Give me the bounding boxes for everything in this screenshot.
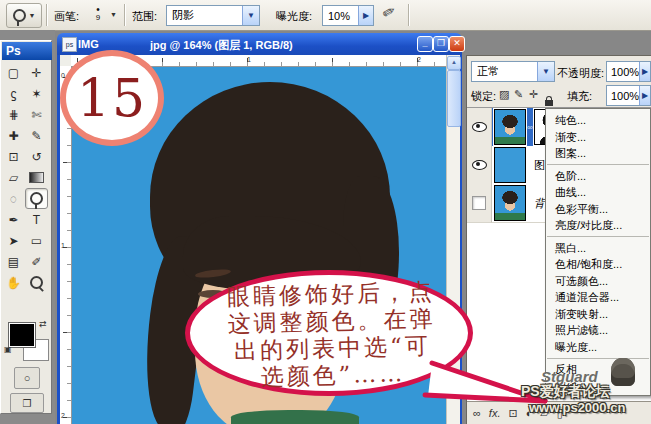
tool-lasso[interactable]: ϛ: [2, 83, 25, 104]
lock-pixels-icon[interactable]: ✎: [514, 88, 523, 101]
tool-pen[interactable]: ✒: [2, 209, 25, 230]
tool-slice[interactable]: ✄: [25, 104, 48, 125]
minimize-button[interactable]: _: [417, 36, 433, 52]
scrollbar-thumb[interactable]: [447, 70, 461, 127]
chevron-down-icon[interactable]: ▼: [110, 11, 117, 18]
chevron-down-icon[interactable]: ▼: [242, 6, 259, 25]
menu-separator: [547, 164, 649, 165]
range-select[interactable]: 阴影 ▼: [166, 5, 260, 26]
tool-healing-brush[interactable]: ✚: [2, 125, 25, 146]
close-button[interactable]: ✕: [449, 36, 465, 52]
tool-clone-stamp[interactable]: ⊡: [2, 146, 25, 167]
menu-item-5[interactable]: 曲线...: [546, 184, 650, 201]
menu-item-10[interactable]: 可选颜色...: [546, 273, 650, 290]
tool-dodge[interactable]: [25, 188, 48, 209]
eye-icon: [472, 160, 487, 170]
menu-item-13[interactable]: 照片滤镜...: [546, 322, 650, 339]
tool-eyedropper[interactable]: ✐: [25, 251, 48, 272]
airbrush-icon[interactable]: ✐: [380, 3, 397, 24]
menu-item-11[interactable]: 通道混合器...: [546, 289, 650, 306]
tool-hand[interactable]: ✋: [2, 272, 25, 293]
blend-mode-select[interactable]: 正常 ▼: [471, 61, 555, 82]
lock-position-icon[interactable]: ✛: [529, 88, 538, 101]
tool-crop[interactable]: ⋕: [2, 104, 25, 125]
tool-rectangular-marquee[interactable]: ▢: [2, 62, 25, 83]
speech-bubble-text: 眼睛修饰好后，点 这调整颜色。在弹 出的列表中选“可 选颜色”……: [195, 277, 470, 392]
menu-separator: [547, 358, 649, 359]
fill-input[interactable]: 100% ▶: [606, 85, 651, 106]
tool-blur[interactable]: ◌: [2, 188, 25, 209]
brush-preview[interactable]: • 9: [88, 3, 108, 27]
mascot-watermark: [611, 358, 635, 386]
tool-move[interactable]: ✛: [25, 62, 48, 83]
menu-item-3[interactable]: 图案...: [546, 145, 650, 162]
tool-zoom[interactable]: [25, 272, 48, 293]
quick-mask-button[interactable]: ○: [14, 367, 40, 389]
range-label: 范围:: [132, 9, 157, 24]
chevron-down-icon[interactable]: ▼: [537, 62, 554, 81]
menu-item-4[interactable]: 色阶...: [546, 168, 650, 185]
dodge-tool-icon: [13, 9, 26, 22]
tool-type[interactable]: T: [25, 209, 48, 230]
document-icon: ps: [62, 37, 77, 52]
menu-item-7[interactable]: 亮度/对比度...: [546, 217, 650, 234]
menu-item-14[interactable]: 曝光度...: [546, 339, 650, 356]
lock-transparency-icon[interactable]: ▨: [499, 88, 509, 101]
add-layer-mask-icon[interactable]: ⊡: [508, 407, 517, 420]
opacity-input[interactable]: 100% ▶: [606, 61, 651, 82]
slider-popup-icon[interactable]: ▶: [358, 6, 373, 25]
maximize-button[interactable]: ❐: [433, 36, 449, 52]
visibility-toggle[interactable]: [467, 146, 492, 185]
tool-grid: ▢✛ϛ✶⋕✄✚✎⊡↺▱◌✒T➤▭▤✐✋: [2, 62, 48, 293]
divider: [124, 4, 125, 26]
tool-path-select[interactable]: ➤: [2, 230, 25, 251]
menu-item-2[interactable]: 渐变...: [546, 129, 650, 146]
tool-brush[interactable]: ✎: [25, 125, 48, 146]
current-tool-dropdown[interactable]: ▼: [6, 3, 42, 28]
layer-style-icon[interactable]: fx.: [489, 407, 501, 419]
tool-gradient[interactable]: [25, 167, 48, 188]
menu-item-12[interactable]: 渐变映射...: [546, 306, 650, 323]
document-title-prefix: IMG: [78, 38, 99, 50]
tool-eraser[interactable]: ▱: [2, 167, 25, 188]
swap-colors-icon[interactable]: ⇄: [39, 319, 47, 329]
link-layers-icon[interactable]: ∞: [473, 407, 481, 419]
scroll-up-icon[interactable]: ▲: [447, 56, 461, 70]
menu-item-1[interactable]: 纯色...: [546, 112, 650, 129]
visibility-toggle[interactable]: [467, 184, 492, 223]
step-number-badge: 15: [60, 50, 164, 146]
tool-options-bar: ▼ 画笔: • 9 ▼ 范围: 阴影 ▼ 曝光度: 10% ▶ ✐: [0, 0, 651, 31]
menu-item-8[interactable]: 黑白...: [546, 240, 650, 257]
layer-thumbnail[interactable]: [494, 185, 526, 221]
lock-label: 锁定:: [471, 89, 496, 104]
ps-logo: Ps: [2, 42, 52, 60]
fill-label: 填充:: [567, 89, 592, 104]
exposure-input[interactable]: 10% ▶: [322, 5, 374, 26]
tool-magic-wand[interactable]: ✶: [25, 83, 48, 104]
eye-icon: [472, 122, 487, 132]
slider-popup-icon[interactable]: ▶: [639, 86, 650, 105]
lock-all-icon[interactable]: [545, 100, 553, 106]
layer-thumbnail[interactable]: [494, 109, 526, 145]
screen-mode-button[interactable]: ❐: [10, 393, 44, 413]
chevron-down-icon: ▼: [29, 12, 36, 19]
ruler-number: 2: [61, 412, 65, 419]
divider: [46, 4, 47, 26]
tool-history-brush[interactable]: ↺: [25, 146, 48, 167]
forum-watermark: PS爱好者论坛: [521, 383, 610, 401]
brush-label: 画笔:: [54, 9, 79, 24]
tool-notes[interactable]: ▤: [2, 251, 25, 272]
slider-popup-icon[interactable]: ▶: [639, 62, 650, 81]
empty-visibility-box: [472, 196, 486, 210]
default-colors-icon[interactable]: ▣: [4, 345, 12, 354]
adjustment-layer-menu: 纯色...渐变...图案...色阶...曲线...色彩平衡...亮度/对比度..…: [545, 108, 651, 396]
menu-item-6[interactable]: 色彩平衡...: [546, 201, 650, 218]
menu-item-9[interactable]: 色相/饱和度...: [546, 256, 650, 273]
layer-thumbnail[interactable]: [494, 147, 526, 183]
visibility-toggle[interactable]: [467, 108, 492, 147]
document-title: jpg @ 164% (图层 1, RGB/8): [150, 38, 293, 53]
photoshop-window: ▼ 画笔: • 9 ▼ 范围: 阴影 ▼ 曝光度: 10% ▶ ✐ Ps ▢✛ϛ…: [0, 0, 651, 424]
foreground-color-swatch[interactable]: [9, 323, 35, 347]
tool-shape[interactable]: ▭: [25, 230, 48, 251]
divider: [408, 4, 409, 26]
